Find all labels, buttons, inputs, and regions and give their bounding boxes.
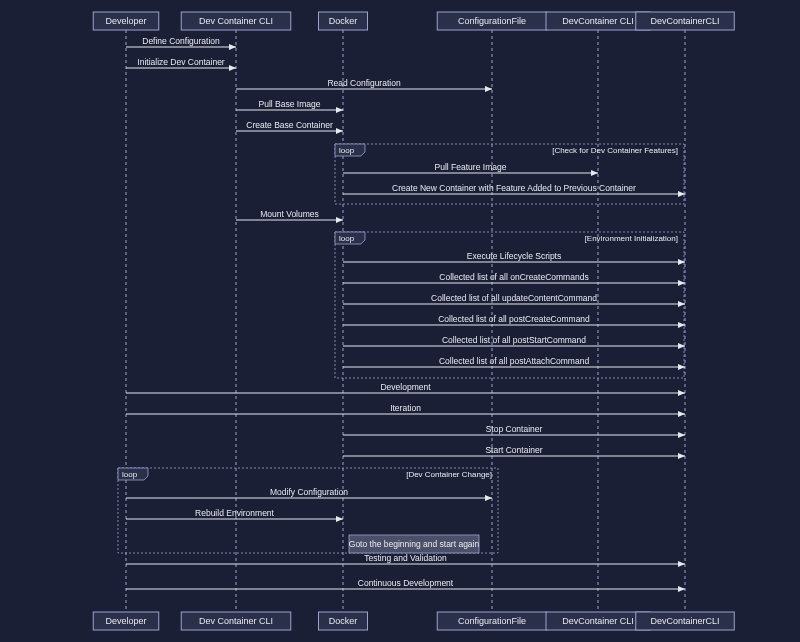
actor-label: ConfigurationFile <box>458 616 526 626</box>
loop-label: loop <box>339 146 355 155</box>
actor-label: DevContainerCLI <box>650 16 719 26</box>
message-label: Read Configuration <box>327 78 401 88</box>
message-label: Continuous Development <box>358 578 454 588</box>
message-label: Testing and Validation <box>364 553 447 563</box>
message-label: Start Container <box>485 445 542 455</box>
message-label: Collected list of all postCreateCommand <box>438 314 590 324</box>
message-label: Rebuild Environment <box>195 508 275 518</box>
actor-label: DevContainer CLI <box>562 16 634 26</box>
message-label: Development <box>380 382 431 392</box>
message-label: Collected list of all onCreateCommands <box>439 272 588 282</box>
message-label: Define Configuration <box>142 36 220 46</box>
actor-label: Docker <box>329 16 358 26</box>
message-label: Pull Base Image <box>259 99 321 109</box>
actor-label: Dev Container CLI <box>199 16 273 26</box>
message-label: Stop Container <box>486 424 543 434</box>
actor-label: DevContainerCLI <box>650 616 719 626</box>
note-text: Goto the beginning and start again <box>349 539 480 549</box>
message-label: Create Base Container <box>246 120 333 130</box>
message-label: Initialize Dev Container <box>137 57 225 67</box>
loop-label: loop <box>122 470 138 479</box>
sequence-diagram: loop[Check for Dev Container Features]lo… <box>0 0 800 642</box>
loop-condition: [Environment Initialization] <box>585 234 678 243</box>
actor-label: Developer <box>105 16 146 26</box>
message-label: Create New Container with Feature Added … <box>392 183 636 193</box>
loop-condition: [Dev Container Change] <box>406 470 492 479</box>
message-label: Collected list of all postAttachCommand <box>439 356 590 366</box>
loop-label: loop <box>339 234 355 243</box>
actor-label: Dev Container CLI <box>199 616 273 626</box>
message-label: Execute Lifecycle Scripts <box>467 251 561 261</box>
actor-label: Docker <box>329 616 358 626</box>
actor-label: ConfigurationFile <box>458 16 526 26</box>
message-label: Mount Volumes <box>260 209 319 219</box>
message-label: Collected list of all postStartCommand <box>442 335 586 345</box>
message-label: Modify Configuration <box>270 487 348 497</box>
actor-label: DevContainer CLI <box>562 616 634 626</box>
loop-condition: [Check for Dev Container Features] <box>552 146 678 155</box>
actor-label: Developer <box>105 616 146 626</box>
message-label: Pull Feature Image <box>435 162 507 172</box>
message-label: Collected list of all updateContentComma… <box>431 293 597 303</box>
message-label: Iteration <box>390 403 421 413</box>
